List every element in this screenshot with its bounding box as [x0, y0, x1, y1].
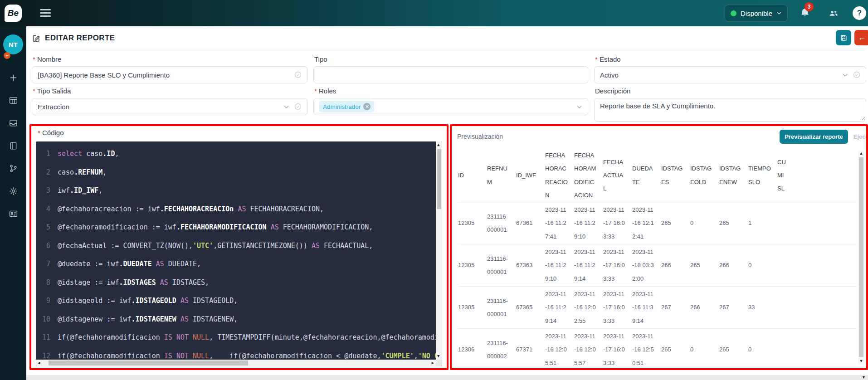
edit-icon [32, 34, 41, 43]
chip-remove-icon[interactable]: ✕ [363, 103, 371, 110]
table-cell: 266 [690, 301, 719, 314]
avatar-status-badge[interactable] [4, 52, 10, 59]
roles-multiselect[interactable]: Administrador ✕ [313, 98, 588, 115]
table-cell: 265 [661, 216, 690, 229]
status-dropdown[interactable]: Disponible [725, 5, 788, 22]
editor-horizontal-scrollbar[interactable]: ◀ ▶ [36, 360, 436, 366]
scroll-down-icon[interactable]: ▼ [862, 375, 866, 380]
sidebar-item-inbox[interactable] [0, 115, 26, 131]
preview-table-header: IDREFNUMID_IWFFECHAHORACREACIONFECHAHORA… [458, 149, 857, 202]
code-token: NULL [193, 328, 209, 347]
arrow-left-icon: ← [858, 33, 867, 43]
table-cell: 2023-11-18 03:32:00 [632, 245, 661, 285]
table-cell: 2023-11-17 16:03:33 [603, 287, 632, 327]
table-cell: 0 [690, 216, 719, 229]
field-label: Nombre [33, 55, 307, 63]
ejecutar-button[interactable]: Ejecuta [853, 133, 868, 140]
nombre-input[interactable]: [BA360] Reporte Base SLO y Cumplimiento [32, 66, 307, 83]
code-token: IDSTAGES, [168, 273, 209, 292]
role-chip-label: Administrador [323, 103, 361, 110]
tipo-input[interactable] [313, 66, 588, 83]
sidebar-item-add[interactable] [0, 70, 26, 85]
back-button[interactable]: ← [854, 30, 868, 45]
menu-toggle-icon[interactable] [40, 9, 51, 19]
scroll-right-icon[interactable]: ▶ [432, 361, 434, 365]
page-bottom-scrollbar[interactable]: ▼ [26, 375, 868, 380]
line-number: 1 [39, 145, 50, 163]
table-cell: 2023-11-17 16:03:33 [603, 245, 632, 285]
scroll-left-icon[interactable]: ◀ [38, 361, 40, 365]
code-line: 10@idstagenew := iwf.IDSTAGENEW AS IDSTA… [36, 310, 442, 329]
editor-vertical-scrollbar[interactable]: ▲ ▼ [436, 141, 442, 360]
scrollbar-thumb[interactable] [49, 361, 248, 365]
page-title: EDITAR REPORTE [45, 34, 115, 43]
scrollbar-thumb[interactable] [437, 149, 441, 209]
avatar[interactable]: NT [3, 34, 23, 54]
code-line: 7@duedate := iwf.DUEDATE AS DUEDATE, [36, 255, 442, 273]
table-cell: 265 [719, 343, 748, 356]
code-line: 4@fechahoracreacion := iwf.FECHAHORACREA… [36, 200, 442, 219]
code-line: 2caso.REFNUM, [36, 163, 442, 182]
role-chip: Administrador ✕ [319, 101, 374, 112]
tipo-salida-select[interactable]: Extraccion [32, 98, 307, 115]
code-token: AS [180, 310, 189, 329]
codigo-panel: Código 1select caso.ID,2caso.REFNUM,3iwf… [29, 124, 449, 370]
code-token: @idstage := iwf [58, 273, 119, 292]
column-header: IDSTAGEOLD [690, 162, 719, 189]
field-descripcion: Descripción Reporte base de SLA y Cumpli… [594, 83, 866, 122]
code-token: IDSTAGENEW, [189, 310, 238, 329]
table-row: 12305231116-000001673612023-11-16 11:27:… [458, 202, 857, 244]
notifications-button[interactable]: 3 [799, 6, 811, 19]
scroll-down-icon[interactable]: ▼ [859, 359, 863, 363]
sidebar-item-workflows[interactable] [0, 161, 26, 176]
chevron-down-icon[interactable] [283, 103, 290, 110]
table-cell: 266 [719, 258, 748, 272]
table-cell: 267 [661, 301, 690, 314]
table-cell: 231116-000001 [487, 252, 516, 279]
descripcion-textarea[interactable]: Reporte base de SLA y Cumplimiento. [594, 98, 866, 122]
resize-handle[interactable] [860, 115, 865, 120]
sidebar-item-tables[interactable] [0, 93, 26, 108]
previsualizacion-panel: Previsualización Previsualizar reporte E… [450, 124, 868, 370]
table-cell: 67361 [516, 216, 545, 229]
users-button[interactable] [827, 8, 840, 19]
code-editor[interactable]: 1select caso.ID,2caso.REFNUM,3iwf.ID_IWF… [36, 141, 442, 366]
scroll-up-icon[interactable]: ▲ [859, 151, 863, 156]
line-number: 3 [39, 181, 50, 200]
code-token [156, 273, 160, 292]
gear-icon [9, 186, 18, 196]
help-button[interactable]: ? [853, 6, 866, 20]
chevron-down-icon[interactable] [576, 103, 583, 110]
code-token: AS [271, 218, 279, 237]
field-label: Tipo [314, 55, 588, 63]
code-token: FECHAHORAMODIFICACION, [279, 218, 373, 237]
table-cell: 2023-11-16 12:05:51 [545, 330, 574, 367]
table-cell: 2023-11-16 11:29:10 [545, 245, 574, 285]
sidebar-item-contacts[interactable] [0, 206, 26, 221]
app-logo: Be [5, 5, 22, 22]
table-cell: 67365 [516, 301, 545, 314]
estado-select[interactable]: Activo [594, 66, 866, 83]
code-line: 5@fechahoramodificacion := iwf.FECHAHORA… [36, 218, 442, 237]
table-vertical-scrollbar[interactable]: ▲ ▼ [858, 151, 864, 365]
table-cell: 12305 [458, 301, 487, 314]
table-cell: 266 [661, 258, 690, 272]
sidebar-item-settings[interactable] [0, 183, 26, 199]
chevron-down-icon[interactable] [842, 72, 848, 78]
code-line: 3iwf.ID_IWF, [36, 181, 442, 200]
line-number: 9 [39, 292, 50, 310]
scroll-up-icon[interactable]: ▲ [437, 143, 439, 147]
code-token: .REFNUM [74, 163, 102, 182]
sidebar: NT [0, 26, 26, 380]
previsualizar-reporte-button[interactable]: Previsualizar reporte [780, 130, 848, 144]
scrollbar-thumb[interactable] [859, 157, 863, 357]
table-row: 12306231116-000002673712023-11-16 12:05:… [458, 329, 857, 367]
scroll-down-icon[interactable]: ▼ [437, 354, 439, 358]
code-token [176, 310, 180, 329]
sidebar-item-journal[interactable] [0, 138, 26, 153]
save-button[interactable] [836, 30, 851, 45]
column-header: REFNUM [487, 162, 516, 189]
table-cell: 2023-11-16 12:05:57 [574, 330, 603, 367]
column-header: ID [458, 169, 487, 182]
code-token: IS NOT [164, 328, 189, 347]
